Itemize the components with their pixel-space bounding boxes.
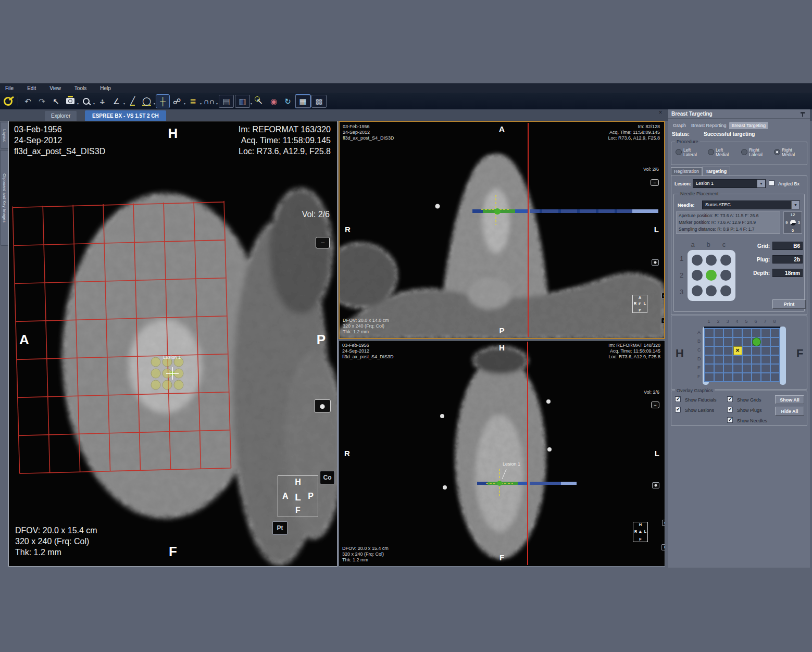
camera-icon[interactable] xyxy=(652,482,659,488)
plug-cell-3b[interactable] xyxy=(706,285,717,296)
procedure-option[interactable]: Left Lateral xyxy=(676,148,702,157)
grid-map-cell[interactable] xyxy=(761,355,770,364)
dropdown-arrow-icon[interactable]: ▾ xyxy=(200,102,202,105)
plug-cell-1b[interactable] xyxy=(706,255,717,266)
procedure-option[interactable]: Right Medial xyxy=(774,148,801,157)
collapse-button[interactable]: − xyxy=(651,179,659,186)
grid-map-cell[interactable] xyxy=(752,364,761,373)
grid-map-cell[interactable] xyxy=(723,364,733,373)
grid-map-cell[interactable] xyxy=(705,346,714,355)
grid-field-value[interactable]: B6 xyxy=(772,242,803,250)
viewport-axial[interactable]: 03-Feb-195624-Sep-2012fl3d_ax_post_S4_DI… xyxy=(339,340,665,567)
grid-map-cell[interactable] xyxy=(770,329,780,337)
show-fiducials-checkbox[interactable] xyxy=(675,396,681,402)
grid-map-cell[interactable] xyxy=(714,346,723,355)
grid-layout-icon[interactable]: ▦ xyxy=(295,95,310,108)
procedure-option[interactable]: Left Medial xyxy=(708,148,734,157)
undo-icon[interactable]: ↶ xyxy=(21,95,34,108)
grid-map-cell[interactable] xyxy=(733,337,742,346)
grid-map-cell[interactable] xyxy=(742,355,752,364)
camera-icon[interactable] xyxy=(652,259,659,266)
close-icon[interactable]: × xyxy=(657,109,664,117)
grid-map-cell[interactable] xyxy=(714,337,723,346)
grid-map-cell[interactable] xyxy=(723,373,733,382)
grid-map-cell[interactable] xyxy=(705,364,714,373)
grid-map-cell[interactable] xyxy=(761,346,770,355)
grid-map-cell[interactable] xyxy=(752,329,761,337)
show-plugs-checkbox[interactable] xyxy=(727,407,733,412)
grid-map-cell[interactable] xyxy=(733,373,742,382)
plug-cell-3c[interactable] xyxy=(720,285,731,296)
tab-targeting[interactable]: Targeting xyxy=(702,167,730,176)
grid-map-cell[interactable] xyxy=(742,346,752,355)
redo-icon[interactable]: ↷ xyxy=(35,95,48,108)
grid-map-cell[interactable] xyxy=(770,337,780,346)
image-thumb-1-icon[interactable]: ▤ xyxy=(219,95,234,108)
grid-map-cell[interactable] xyxy=(770,373,780,382)
menu-tools[interactable]: Tools xyxy=(74,85,86,91)
grid-map-cell[interactable] xyxy=(742,373,752,382)
grid-map-cell[interactable] xyxy=(733,355,742,364)
menu-view[interactable]: View xyxy=(49,85,61,91)
grid-map-cell[interactable] xyxy=(723,337,733,346)
spine-icon[interactable]: ≣ xyxy=(186,95,199,108)
plug-cell-1c[interactable] xyxy=(720,255,731,266)
radio-left-medial[interactable] xyxy=(708,149,714,155)
radio-left-lateral[interactable] xyxy=(676,149,682,155)
plug-cell-1a[interactable] xyxy=(692,255,703,266)
plug-cell-2a[interactable] xyxy=(692,270,703,281)
anatomy-pair-icon[interactable]: ∩∩ xyxy=(203,95,216,108)
show-all-button[interactable]: Show All xyxy=(775,395,804,404)
screenshot-camera-icon[interactable] xyxy=(64,95,77,108)
side-tab-clipboard[interactable]: Clipboard and Key Images xyxy=(0,150,9,246)
grid-map-cell[interactable] xyxy=(742,329,752,337)
grid-map-cell[interactable] xyxy=(752,355,761,364)
menu-edit[interactable]: Edit xyxy=(27,85,36,91)
menu-help[interactable]: Help xyxy=(100,85,111,91)
chevron-down-icon[interactable]: ▼ xyxy=(757,180,765,187)
grid-map-cell[interactable] xyxy=(723,355,733,364)
grid-map-cell[interactable] xyxy=(752,346,761,355)
dropdown-arrow-icon[interactable]: ▾ xyxy=(123,102,125,105)
procedure-option[interactable]: Right Lateral xyxy=(741,148,768,157)
print-button[interactable]: Print xyxy=(772,299,806,309)
grid-map-cell[interactable] xyxy=(714,329,723,337)
plug-field-value[interactable]: 2b xyxy=(772,255,803,264)
grid-map-cell[interactable] xyxy=(761,337,770,346)
pt-button[interactable]: Pt xyxy=(661,318,665,324)
grid-map-cell[interactable] xyxy=(705,329,714,337)
co-button[interactable]: Co xyxy=(661,293,665,299)
dropdown-arrow-icon[interactable]: ▾ xyxy=(77,102,79,105)
tab-explorer[interactable]: Explorer xyxy=(45,111,77,121)
show-needles-checkbox[interactable] xyxy=(727,417,733,423)
crosshair-icon[interactable]: ┼ xyxy=(156,95,169,108)
sync-icon[interactable]: ↻ xyxy=(281,95,294,108)
grid-map-cell[interactable] xyxy=(770,364,780,373)
needle-dropdown[interactable]: Suros ATEC ▼ xyxy=(702,200,800,209)
dropdown-arrow-icon[interactable]: ▾ xyxy=(154,102,155,105)
angle-measure-icon[interactable]: ∠ xyxy=(110,95,123,108)
chevron-down-icon[interactable]: ▼ xyxy=(791,201,799,209)
grid-map-cell[interactable] xyxy=(733,329,742,337)
grid-map-cell[interactable] xyxy=(761,329,770,337)
grid-map-cell[interactable] xyxy=(705,355,714,364)
tab-breast-targeting[interactable]: Breast Targeting xyxy=(729,122,768,129)
pan-icon[interactable] xyxy=(96,95,109,108)
grid-image-icon[interactable]: ▩ xyxy=(311,95,327,108)
dropdown-arrow-icon[interactable]: ▾ xyxy=(93,102,95,105)
plug-cell-2b[interactable] xyxy=(706,270,717,281)
tab-registration[interactable]: Registration xyxy=(671,167,702,176)
select-pointer-icon[interactable]: ↖ xyxy=(49,95,63,108)
hide-all-button[interactable]: Hide All xyxy=(775,407,804,416)
grid-map-cell[interactable] xyxy=(714,364,723,373)
pt-button[interactable]: Pt xyxy=(272,521,288,535)
collapse-button[interactable]: − xyxy=(651,402,659,408)
grid-map-cell[interactable] xyxy=(723,346,733,355)
grid-map-cell[interactable] xyxy=(742,364,752,373)
side-tab-layout[interactable]: Layout xyxy=(0,122,9,149)
viewport-sagittal[interactable]: 03-Feb-195624-Sep-2012fl3d_ax_post_S4_DI… xyxy=(8,121,338,567)
radio-right-lateral[interactable] xyxy=(741,149,747,155)
angled-bx-checkbox[interactable] xyxy=(769,180,774,186)
link-icon[interactable]: ☍ xyxy=(170,95,183,108)
tab-study[interactable]: ESPREE BX - VS 1.5T 2 CH xyxy=(85,110,166,121)
